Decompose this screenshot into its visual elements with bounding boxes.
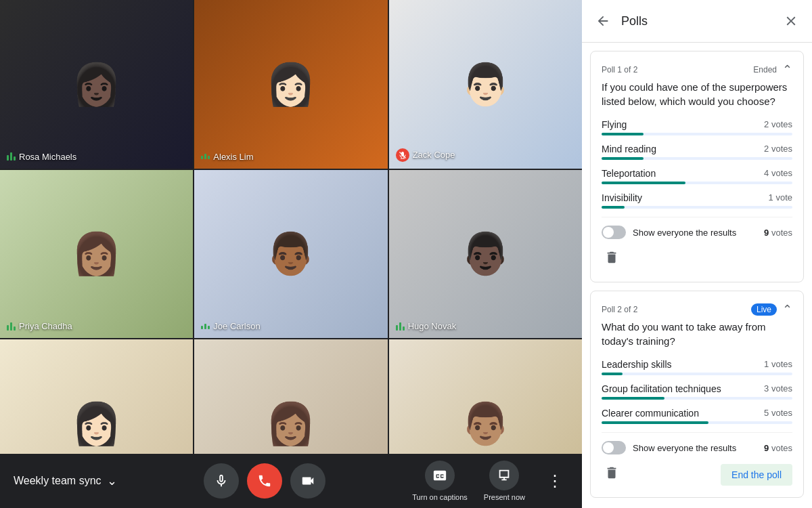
more-options-button[interactable]: ⋮ [541,466,568,496]
poll-2-number: Poll 2 of 2 [602,305,637,314]
participant-name-3: Zack Cope [396,148,455,162]
poll-1-number: Poll 1 of 2 [602,65,637,75]
show-results-switch-1[interactable] [602,226,626,239]
poll-2-option-2: Group facilitation techniques 3 votes [602,383,792,400]
video-tile-2: 👩🏻 Alexis Lim [194,0,387,169]
participant-name-1: Rosa Michaels [7,152,76,162]
speaking-indicator-5 [201,324,210,329]
captions-button[interactable]: Turn on captions [412,461,468,501]
poll-1-option-3-name: Teleportation [602,168,656,179]
poll-2-option-3-votes: 5 votes [764,408,792,419]
poll-1-option-1-name: Flying [602,119,627,130]
participant-name-2: Alexis Lim [201,152,253,162]
camera-button[interactable] [290,463,325,499]
back-button[interactable] [593,11,613,31]
show-results-label-1: Show everyone the results [633,228,736,238]
show-results-toggle-1: Show everyone the results [602,226,736,239]
poll-2-total: 9 votes [764,443,792,453]
poll-1-option-2: Mind reading 2 votes [602,144,792,160]
poll-2-option-3: Clearer communication 5 votes [602,408,792,424]
poll-2-option-1-votes: 1 votes [764,359,792,370]
captions-icon [425,461,455,490]
end-poll-button[interactable]: End the poll [721,464,792,486]
poll-1-option-2-name: Mind reading [602,144,656,154]
poll-2-option-3-name: Clearer communication [602,408,699,419]
poll-2-option-2-name: Group facilitation techniques [602,383,721,394]
poll-1-option-4-name: Invisibility [602,192,642,203]
participant-name-6: Hugo Novak [396,321,457,331]
controls-center [204,463,325,499]
poll-1-option-3-votes: 4 votes [764,168,792,179]
poll-1-footer: Show everyone the results 9 votes [602,217,792,239]
show-results-switch-2[interactable] [602,441,626,454]
speaking-indicator-4 [7,322,16,331]
poll-1-top: Poll 1 of 2 Ended ⌃ [602,62,792,77]
polls-title: Polls [621,14,773,28]
poll-1-header-right: Ended ⌃ [753,62,792,77]
poll-2-top: Poll 2 of 2 Live ⌃ [602,302,792,317]
captions-label: Turn on captions [412,493,468,501]
present-icon [489,461,519,490]
close-polls-button[interactable] [781,11,801,31]
poll-2-option-2-votes: 3 votes [764,383,792,394]
poll-2-collapse-button[interactable]: ⌃ [782,302,792,317]
poll-2-question: What do you want to take away from today… [602,320,792,348]
bottom-bar: Weekly team sync ⌄ Turn on captions [0,454,582,508]
present-label: Present now [484,493,525,501]
poll-card-1: Poll 1 of 2 Ended ⌃ If you could have on… [590,51,804,282]
poll-1-question: If you could have one of the superpowers… [602,80,792,108]
poll-2-option-1-name: Leadership skills [602,359,672,370]
video-tile-6: 👨🏿 Hugo Novak [389,170,582,339]
show-results-label-2: Show everyone the results [633,443,736,453]
poll-1-option-3: Teleportation 4 votes [602,168,792,184]
polls-content: Poll 1 of 2 Ended ⌃ If you could have on… [582,43,812,508]
video-tile-4: 👩🏽 Priya Chadha [0,170,193,339]
video-tile-5: 👨🏾 Joe Carlson [194,170,387,339]
poll-1-option-2-votes: 2 votes [764,144,792,154]
meeting-title-area: Weekly team sync ⌄ [14,473,117,488]
expand-icon[interactable]: ⌄ [107,473,117,488]
microphone-button[interactable] [204,463,239,499]
present-button[interactable]: Present now [484,461,525,501]
poll-2-header-right: Live ⌃ [751,302,792,317]
controls-right: Turn on captions Present now ⋮ [412,461,568,501]
poll-2-status: Live [751,303,777,316]
poll-1-option-1: Flying 2 votes [602,119,792,135]
video-tile-3: 👨🏻 Zack Cope [389,0,582,169]
muted-indicator-3 [396,148,409,162]
poll-1-collapse-button[interactable]: ⌃ [782,62,792,77]
speaking-indicator-2 [201,154,210,159]
meeting-title-text: Weekly team sync [14,475,102,487]
poll-2-footer: Show everyone the results 9 votes [602,432,792,454]
poll-1-status: Ended [753,65,777,75]
poll-2-actions: End the poll [602,463,792,486]
poll-2-delete-button[interactable] [602,463,622,486]
show-results-toggle-2: Show everyone the results [602,441,736,454]
poll-1-option-4-votes: 1 vote [769,192,792,203]
poll-1-total: 9 votes [764,228,792,238]
polls-panel: Polls Poll 1 of 2 Ended ⌃ If you could h… [582,0,812,508]
poll-2-option-1: Leadership skills 1 votes [602,359,792,375]
poll-1-actions [602,247,792,271]
poll-1-delete-button[interactable] [602,247,622,271]
end-call-button[interactable] [247,463,282,499]
participant-name-4: Priya Chadha [7,321,72,331]
poll-1-option-4: Invisibility 1 vote [602,192,792,209]
video-tile-1: 👩🏿 Rosa Michaels [0,0,193,169]
polls-header: Polls [582,0,812,43]
participant-name-5: Joe Carlson [201,321,260,331]
poll-1-option-1-votes: 2 votes [764,119,792,130]
poll-card-2: Poll 2 of 2 Live ⌃ What do you want to t… [590,291,804,498]
speaking-indicator-1 [7,152,16,161]
speaking-indicator-6 [396,322,405,331]
